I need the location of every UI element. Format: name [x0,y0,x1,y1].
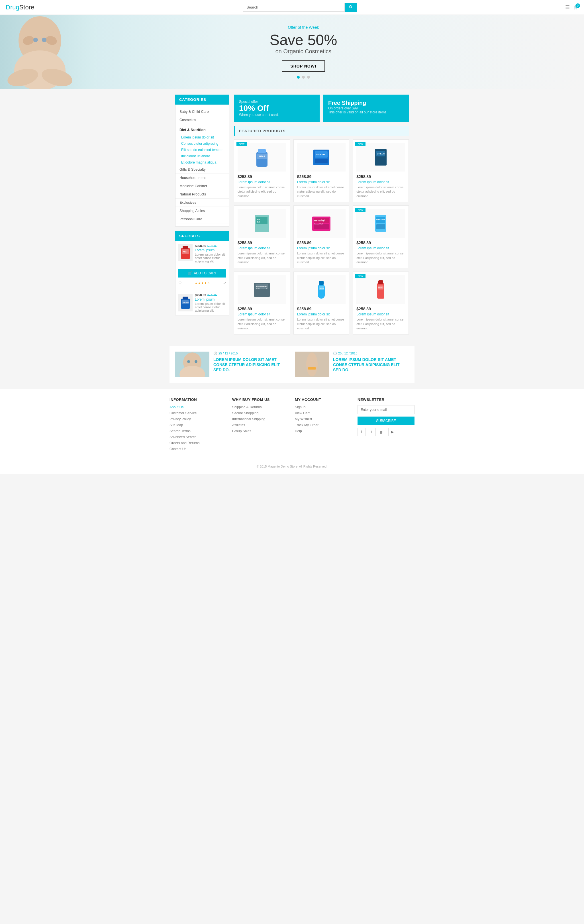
share-icon-1[interactable]: ⤢ [223,281,226,285]
hero-dot-1[interactable] [297,76,300,79]
footer-link-group[interactable]: Group Sales [232,429,289,433]
promo-banners: Special offer 10% Off When you use credi… [234,95,409,122]
blog-post-2-content: 🕐 25 / 12 / 2015 LOREM IPSUM DOLOR SIT A… [333,351,409,373]
product-name-8[interactable]: Lorem ipsum dolor sit [297,312,346,316]
wishlist-icon-1[interactable]: ♡ [178,281,182,285]
clock-icon-2: 🕐 [333,351,337,355]
hero-dot-2[interactable] [302,76,305,79]
facebook-icon[interactable]: f [358,428,366,436]
cat-sub-4[interactable]: Incididunt ut labore [175,153,229,159]
product-img-1: PB 8 [238,143,286,172]
footer-link-wishlist[interactable]: My Wishlist [295,417,352,421]
footer-newsletter: NEWSLETTER SUBSCRIBE f t g+ ▶ [358,398,414,453]
cat-personal[interactable]: Personal Care [175,215,229,223]
product-name-3[interactable]: Lorem ipsum dolor sit [356,180,405,184]
product-name-6[interactable]: Lorem ipsum dolor sit [356,246,405,250]
blog-section: 🕐 25 / 12 / 2015 LOREM IPSUM DOLOR SIT A… [170,346,414,383]
footer: INFORMATION About Us Customer Service Pr… [0,389,584,474]
svg-rect-11 [183,246,188,249]
cart-badge: 0 [576,3,580,8]
footer-link-privacy[interactable]: Privacy Policy [170,417,226,421]
product-name-9[interactable]: Lorem ipsum dolor sit [356,312,405,316]
footer-link-affiliates[interactable]: Affiliates [232,423,289,427]
footer-link-viewcart[interactable]: View Cart [295,411,352,415]
hero-content: Offer of the Week Save 50% on Organic Co… [0,25,584,79]
svg-rect-19 [258,149,266,153]
cat-medicine[interactable]: Medicine Cabinet [175,182,229,190]
cat-diet-nutrition[interactable]: Diet & Nutrition [175,126,229,134]
special-link-1[interactable]: Lorem ipsum [195,248,226,252]
vanicream-product-svg: Vanicream [373,213,389,234]
googleplus-icon[interactable]: g+ [378,428,386,436]
svg-point-0 [349,5,351,8]
blog-date-1: 🕐 25 / 12 / 2015 [213,351,289,355]
footer-link-advanced-search[interactable]: Advanced Search [170,435,226,439]
product-name-2[interactable]: Lorem ipsum dolor sit [297,180,346,184]
cat-natural[interactable]: Natural Products [175,190,229,199]
blog-post-1-content: 🕐 25 / 12 / 2015 LOREM IPSUM DOLOR SIT A… [213,351,289,373]
footer-link-secure[interactable]: Secure Shopping [232,411,289,415]
hero-shop-button[interactable]: SHOP NOW! [282,60,325,72]
svg-rect-62 [308,367,316,370]
menu-icon[interactable]: ☰ [565,4,570,10]
featured-products-header: FEATURED PRODUCTS [234,126,409,136]
cat-exclusives[interactable]: Exclusives [175,199,229,207]
product-name-4[interactable]: Lorem ipsum dolor sit [238,246,286,250]
footer-link-about[interactable]: About Us [170,405,226,409]
footer-link-help[interactable]: Help [295,429,352,433]
product-card-6: New Vanicream $258.89 Lorem ipsum dolor … [353,205,409,268]
footer-link-sitemap[interactable]: Site Map [170,423,226,427]
product-card-2: AccuFlora $258.89 Lorem ipsum dolor sit … [294,139,350,202]
cat-sub-2[interactable]: Consec ctetur adipiscing [175,140,229,147]
cart-icon[interactable]: 🛒 0 [574,5,578,10]
search-button[interactable] [345,3,357,12]
search-input[interactable] [243,3,345,12]
footer-account: MY ACCOUNT Sign In View Cart My Wishlist… [295,398,352,453]
cat-baby-child[interactable]: Baby & Child Care [175,108,229,116]
cat-shopping[interactable]: Shopping Aisles [175,207,229,215]
newsletter-input[interactable] [358,405,414,414]
product-name-7[interactable]: Lorem ipsum dolor sit [238,312,286,316]
cat-sub-3[interactable]: Elit sed do euismod tempor [175,147,229,153]
pb8-product-svg: PB 8 [254,147,270,168]
content-area: Special offer 10% Off When you use credi… [234,95,409,335]
promo-discount-label: Special offer [239,100,315,104]
cat-household[interactable]: Household Items [175,174,229,182]
product-name-5[interactable]: Lorem ipsum dolor sit [297,246,346,250]
svg-point-61 [306,353,318,376]
blog-title-1[interactable]: LOREM IPSUM DOLOR SIT AMET CONSE CTETUR … [213,357,289,373]
subscribe-button[interactable]: SUBSCRIBE [358,417,414,425]
blog-post-1: 🕐 25 / 12 / 2015 LOREM IPSUM DOLOR SIT A… [175,351,289,377]
svg-rect-52 [378,280,383,284]
twitter-icon[interactable]: t [368,428,376,436]
special-item-1-actions: ♡ ★★★★☆ ⤢ [178,280,226,286]
product-badge-3: New [355,142,366,146]
promo-shipping-line1: On orders over $99 [328,106,404,110]
footer-link-contact[interactable]: Contact Us [170,447,226,451]
benadryl-product-svg: Benadryl ALLERGY [311,214,331,233]
footer-link-international[interactable]: International Shipping [232,417,289,421]
svg-text:CHECK: CHECK [377,152,385,155]
product-name-1[interactable]: Lorem ipsum dolor sit [238,180,286,184]
footer-link-search-terms[interactable]: Search Terms [170,429,226,433]
special-item-1-info: $258.89 $278.89 Lorem ipsum Lorem ipsum … [195,244,226,263]
footer-link-trackorder[interactable]: Track My Order [295,423,352,427]
product-desc-2: Lorem ipsum dolor sit amet conse ctetur … [297,185,346,198]
youtube-icon[interactable]: ▶ [388,428,396,436]
cat-cosmetics[interactable]: Cosmetics [175,116,229,124]
svg-rect-38 [313,224,329,229]
special-link-2[interactable]: Lorem ipsum [195,297,226,302]
special-item-1-image: Afrin [178,244,193,261]
footer-link-customer-service[interactable]: Customer Service [170,411,226,415]
special-old-price-2: $278.89 [207,294,217,297]
add-to-cart-button-1[interactable]: 🛒 ADD TO CART [178,269,226,277]
footer-link-shipping[interactable]: Shipping & Returns [232,405,289,409]
hero-dot-3[interactable] [307,76,310,79]
footer-link-orders[interactable]: Orders and Returns [170,441,226,445]
site-logo[interactable]: DrugStore [6,4,34,11]
cat-sub-5[interactable]: Et dolore magna aliqua [175,159,229,165]
footer-link-signin[interactable]: Sign In [295,405,352,409]
blog-title-2[interactable]: LOREM IPSUM DOLOR SIT AMET CONSE CTETUR … [333,357,409,373]
cat-sub-1[interactable]: Lorem ipsum dolor sit [175,134,229,140]
cat-gifts[interactable]: Gifts & Specialty [175,165,229,174]
